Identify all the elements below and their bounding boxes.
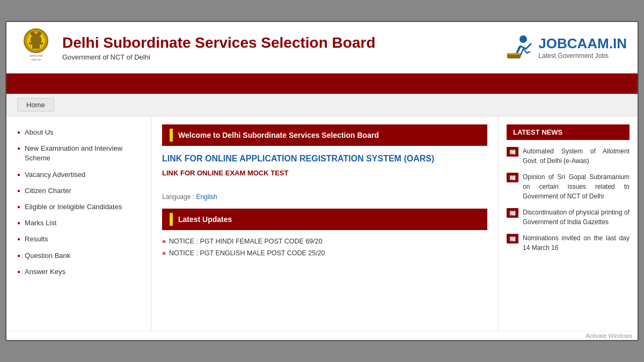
sidebar-item-vacancy[interactable]: ● Vacancy Advertised bbox=[6, 167, 151, 183]
sidebar-item-marks[interactable]: ● Marks List bbox=[6, 215, 151, 231]
sidebar-item-about[interactable]: ● About Us bbox=[6, 124, 151, 141]
bullet-icon: ● bbox=[17, 129, 20, 136]
svg-point-5 bbox=[37, 32, 41, 36]
sidebar-item-examination[interactable]: ● New Examination and Interview Scheme bbox=[6, 141, 151, 166]
news-icon-0: 📰 bbox=[507, 147, 518, 157]
bullet-icon: ● bbox=[17, 219, 20, 227]
news-icon-3: 📰 bbox=[507, 234, 518, 243]
sidebar-label-question: Question Bank bbox=[25, 251, 70, 261]
header-title-block: Delhi Subordinate Services Selection Boa… bbox=[62, 34, 376, 61]
header-title: Delhi Subordinate Services Selection Boa… bbox=[62, 34, 376, 52]
main-content: ● About Us ● New Examination and Intervi… bbox=[6, 116, 638, 331]
welcome-text: Welcome to Delhi Subordinate Services Se… bbox=[178, 131, 379, 139]
jobcaam-figure-icon bbox=[504, 33, 534, 62]
language-link[interactable]: English bbox=[196, 193, 217, 201]
news-text-3: Nominations invited on the last day 14 M… bbox=[523, 233, 630, 253]
watermark: Activate Windows bbox=[6, 331, 638, 340]
sidebar-item-results[interactable]: ● Results bbox=[6, 231, 151, 247]
header-subtitle: Government of NCT of Delhi bbox=[62, 53, 376, 61]
content-area: Welcome to Delhi Subordinate Services Se… bbox=[151, 116, 498, 331]
jobcaam-logo: JOBCAAM.IN Latest Government Jobs bbox=[504, 33, 627, 62]
news-item-2: 📰 Discontinuation of physical printing o… bbox=[507, 208, 630, 227]
svg-rect-13 bbox=[507, 53, 521, 55]
update-item-0[interactable]: » NOTICE : PGT HINDI FEMALE POST CODE 69… bbox=[162, 235, 487, 247]
jobcaam-tagline: Latest Government Jobs bbox=[538, 52, 627, 60]
jobcaam-name: JOBCAAM.IN bbox=[538, 35, 627, 52]
news-item-0: 📰 Automated System of Allotment Govt. of… bbox=[507, 146, 630, 166]
arrow-icon: » bbox=[162, 249, 166, 257]
main-window: सत्यमेव जयते सत्यमेव जयते Delhi Subordin… bbox=[5, 21, 639, 341]
breadcrumb-bar: Home bbox=[6, 94, 638, 116]
bullet-icon: ● bbox=[17, 187, 20, 195]
nav-bar bbox=[6, 73, 638, 94]
news-icon-1: 📰 bbox=[507, 173, 518, 182]
welcome-banner: Welcome to Delhi Subordinate Services Se… bbox=[162, 124, 487, 146]
latest-news-header: LATEST NEWS bbox=[507, 124, 630, 140]
language-label: Language : bbox=[162, 193, 196, 201]
sidebar-label-results: Results bbox=[25, 234, 48, 244]
update-text-1: NOTICE : PGT ENGLISH MALE POST CODE 25/2… bbox=[169, 249, 325, 257]
news-item-1: 📰 Opinion of Sri Gopal Subramanium on ce… bbox=[507, 172, 630, 201]
home-breadcrumb[interactable]: Home bbox=[17, 98, 54, 112]
bullet-icon: ● bbox=[17, 235, 20, 243]
news-text-1: Opinion of Sri Gopal Subramanium on cert… bbox=[523, 172, 630, 201]
bullet-icon: ● bbox=[17, 171, 20, 179]
latest-updates-header: Latest Updates bbox=[178, 215, 232, 224]
sidebar-label-about: About Us bbox=[25, 128, 53, 137]
svg-point-11 bbox=[519, 35, 527, 43]
bullet-icon: ● bbox=[17, 268, 20, 276]
header-left: सत्यमेव जयते सत्यमेव जयते Delhi Subordin… bbox=[17, 27, 376, 68]
news-text-2: Discontinuation of physical printing of … bbox=[523, 208, 630, 227]
watermark-text: Activate Windows bbox=[586, 333, 632, 339]
oars-link[interactable]: LINK FOR ONLINE APPLICATION REGISTRATION… bbox=[162, 154, 487, 164]
update-text-0: NOTICE : PGT HINDI FEMALE POST CODE 69/2… bbox=[169, 238, 323, 245]
bullet-icon: ● bbox=[17, 145, 20, 152]
sidebar: ● About Us ● New Examination and Intervi… bbox=[6, 116, 151, 331]
news-icon-2: 📰 bbox=[507, 208, 518, 218]
header: सत्यमेव जयते सत्यमेव जयते Delhi Subordin… bbox=[6, 22, 638, 73]
sidebar-label-answer: Answer Keys bbox=[25, 267, 65, 277]
news-text-0: Automated System of Allotment Govt. of D… bbox=[523, 146, 630, 166]
latest-updates-banner: Latest Updates bbox=[162, 209, 487, 230]
sidebar-label-eligible: Eligible or Ineligible Candidates bbox=[25, 202, 122, 212]
svg-point-4 bbox=[31, 32, 35, 36]
emblem-icon: सत्यमेव जयते सत्यमेव जयते bbox=[17, 27, 55, 68]
svg-text:सत्यमेव जयते: सत्यमेव जयते bbox=[29, 54, 42, 57]
language-line: Language : English bbox=[162, 193, 487, 201]
jobcaam-text-block: JOBCAAM.IN Latest Government Jobs bbox=[538, 35, 627, 60]
bullet-icon: ● bbox=[17, 203, 20, 211]
update-item-1[interactable]: » NOTICE : PGT ENGLISH MALE POST CODE 25… bbox=[162, 247, 487, 259]
sidebar-label-marks: Marks List bbox=[25, 218, 56, 228]
sidebar-item-eligible[interactable]: ● Eligible or Ineligible Candidates bbox=[6, 199, 151, 215]
sidebar-item-citizen[interactable]: ● Citizen Charter bbox=[6, 183, 151, 199]
sidebar-label-citizen: Citizen Charter bbox=[25, 186, 71, 196]
arrow-icon: » bbox=[162, 238, 166, 245]
sidebar-item-answer[interactable]: ● Answer Keys bbox=[6, 264, 151, 280]
sidebar-item-question[interactable]: ● Question Bank bbox=[6, 248, 151, 264]
sidebar-label-vacancy: Vacancy Advertised bbox=[25, 170, 85, 180]
right-panel: LATEST NEWS 📰 Automated System of Allotm… bbox=[498, 116, 638, 331]
mock-link[interactable]: LINK FOR ONLINE EXAM MOCK TEST bbox=[162, 169, 487, 177]
header-right: JOBCAAM.IN Latest Government Jobs bbox=[504, 33, 627, 62]
news-item-3: 📰 Nominations invited on the last day 14… bbox=[507, 233, 630, 253]
svg-rect-7 bbox=[32, 45, 40, 49]
sidebar-label-examination: New Examination and Interview Scheme bbox=[25, 144, 140, 163]
bullet-icon: ● bbox=[17, 252, 20, 260]
svg-text:सत्यमेव जयते: सत्यमेव जयते bbox=[31, 58, 41, 61]
